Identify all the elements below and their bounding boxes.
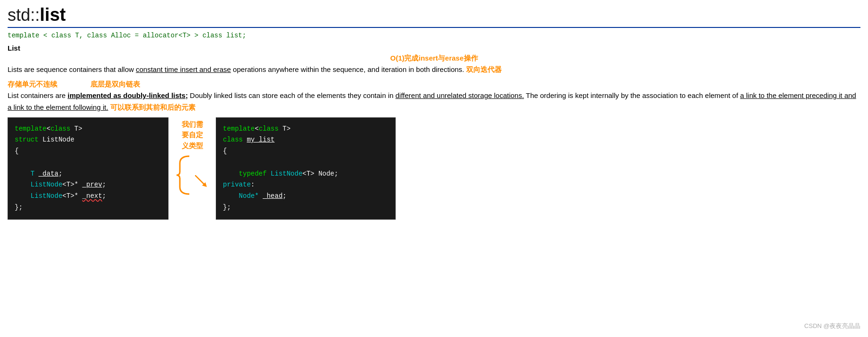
code-line-5: T _data; — [15, 168, 161, 180]
ann-line3: 义类型 — [182, 141, 203, 151]
description-1: Lists are sequence containers that allow… — [8, 64, 860, 75]
bottom-section: template<class T> struct ListNode { T _d… — [8, 117, 860, 220]
ann-line2: 要自定 — [182, 130, 203, 141]
desc2-text3: The ordering is kept internally by the a… — [524, 91, 740, 99]
desc2-orange: 可以联系到其前和后的元素 — [108, 103, 195, 111]
desc1-text1: Lists are sequence containers that allow — [8, 65, 136, 73]
annotations-storage-row: 存储单元不连续 底层是双向链表 — [8, 80, 860, 89]
curly-brace-arrow — [175, 154, 209, 196]
page-title: std::list — [8, 5, 860, 25]
code-block-left: template<class T> struct ListNode { T _d… — [8, 117, 168, 220]
description-2: List containers are implemented as doubl… — [8, 90, 860, 114]
desc2-underline1: implemented as doubly-linked lists; — [68, 91, 188, 99]
desc1-underline: constant time insert and erase — [136, 65, 231, 73]
annotation-o1: O(1)完成insert与erase操作 — [8, 54, 860, 63]
title-divider — [8, 27, 860, 28]
code-r-line-6: private: — [223, 179, 389, 191]
template-declaration: template < class T, class Alloc = alloca… — [8, 32, 860, 39]
code-line-8: }; — [15, 202, 161, 213]
desc2-text2: Doubly linked lists can store each of th… — [188, 91, 396, 99]
desc2-underline2: different and unrelated storage location… — [396, 91, 524, 99]
curly-brace-svg — [175, 154, 194, 196]
code-r-line-8: }; — [223, 202, 389, 213]
code-r-line-1: template<class T> — [223, 124, 389, 135]
ann-line1: 我们需 — [182, 119, 203, 130]
code-r-line-3: { — [223, 146, 389, 157]
code-block-right: template<class T> class my_list { typede… — [216, 117, 396, 220]
code-r-line-2: class my_list — [223, 134, 389, 146]
code-r-line-5: typedef ListNode<T> Node; — [223, 168, 389, 180]
desc2-text1: List containers are — [8, 91, 68, 99]
svg-line-0 — [195, 175, 204, 185]
code-line-7: ListNode<T>* _next; — [15, 191, 161, 202]
ann-middle-text: 我们需 要自定 义类型 — [182, 119, 203, 151]
desc1-text2: operations anywhere within the sequence,… — [231, 65, 464, 73]
ann-storage: 存储单元不连续 — [8, 80, 57, 89]
code-line-1: template<class T> — [15, 124, 161, 135]
section-heading: List — [8, 44, 860, 52]
code-line-3: { — [15, 146, 161, 157]
desc1-orange: 双向迭代器 — [464, 65, 502, 73]
ann-doubly: 底层是双向链表 — [90, 80, 140, 89]
middle-annotation-col: 我们需 要自定 义类型 — [168, 117, 216, 197]
code-line-4 — [15, 157, 161, 168]
code-r-line-7: Node* _head; — [223, 191, 389, 202]
arrow-svg — [195, 175, 209, 189]
code-line-6: ListNode<T>* _prev; — [15, 179, 161, 191]
code-line-2: struct ListNode — [15, 134, 161, 146]
code-r-line-4 — [223, 157, 389, 168]
